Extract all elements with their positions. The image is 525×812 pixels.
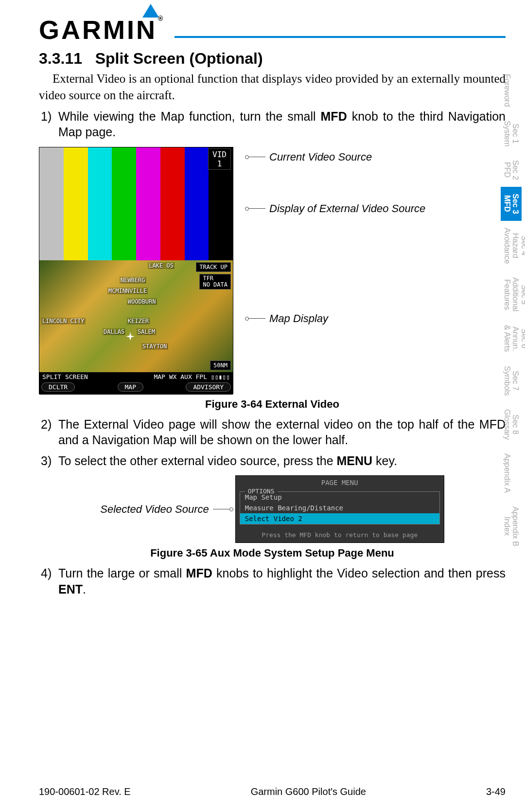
side-nav-tabs: Foreword Sec 1System Sec 2PFD Sec 3MFD S… [501, 67, 525, 553]
step-number: 1) [39, 108, 58, 140]
tab-sec8[interactable]: Sec 8Glossary [501, 402, 522, 447]
page-menu-screenshot: PAGE MENU OPTIONS Map Setup Measure Bear… [235, 475, 444, 543]
step-1: 1) While viewing the Map function, turn … [39, 108, 506, 140]
video-color-bars: VID 1 [39, 147, 233, 260]
softkey-dcltr[interactable]: DCLTR [41, 382, 75, 392]
tab-sec7[interactable]: Sec 7Symbols [501, 359, 522, 402]
leader-line [248, 157, 265, 157]
header-rule [175, 36, 506, 38]
mfd-bottom-bar: SPLIT SCREEN MAP WX AUX FPL ▯▯▮▯▯ DCLTR … [39, 372, 233, 395]
intro-paragraph: External Video is an optional function t… [39, 71, 506, 104]
step-number: 4) [39, 565, 58, 597]
tab-foreword[interactable]: Foreword [501, 67, 513, 114]
track-up-button[interactable]: TRACK UP [196, 262, 231, 272]
page-number: 3-49 [486, 786, 506, 797]
annot-selected-video: Selected Video Source [100, 503, 230, 516]
tab-appendix-a[interactable]: Appendix A [501, 447, 513, 500]
step-text: The External Video page will show the ex… [58, 416, 506, 448]
figure-3-64-caption: Figure 3-64 External Video [39, 398, 506, 411]
map-scale: 50NM [210, 361, 231, 370]
tab-sec5[interactable]: Sec 5AdditionalFeatures [501, 271, 525, 318]
step-text: To select the other external video sourc… [58, 453, 506, 469]
tab-sec6[interactable]: Sec 6Annun.& Alerts [501, 318, 525, 359]
annot-external-video: Display of External Video Source [269, 202, 425, 215]
annot-map-display: Map Display [269, 312, 328, 325]
step-4: 4) Turn the large or small MFD knobs to … [39, 565, 506, 597]
tfr-button[interactable]: TFRNO DATA [199, 274, 231, 289]
step-3: 3) To select the other external video so… [39, 453, 506, 469]
softkey-map[interactable]: MAP [118, 382, 143, 392]
leader-line [213, 509, 230, 509]
leader-line [248, 208, 265, 209]
options-label: OPTIONS [245, 487, 278, 495]
step-2: 2) The External Video page will show the… [39, 416, 506, 448]
figure-3-64: VID 1 LAKE OS NEWBERG MCMINNVILLE WOODBU… [39, 147, 506, 394]
annot-current-video: Current Video Source [269, 151, 372, 163]
options-box: OPTIONS Map Setup Measure Bearing/Distan… [240, 491, 440, 524]
doc-number: 190-00601-02 Rev. E [39, 786, 131, 797]
step-text: While viewing the Map function, turn the… [58, 108, 506, 140]
step-text: Turn the large or small MFD knobs to hig… [58, 565, 506, 597]
figure-3-65-caption: Figure 3-65 Aux Mode System Setup Page M… [39, 547, 506, 559]
garmin-logo: GARMIN® [39, 15, 165, 45]
tab-sec3[interactable]: Sec 3MFD [501, 187, 522, 221]
brand-text: GARMIN [39, 15, 157, 44]
leader-line [248, 318, 265, 319]
doc-title: Garmin G600 Pilot's Guide [251, 786, 366, 797]
menu-item-select-video[interactable]: Select Video 2 [240, 513, 439, 524]
tab-sec1[interactable]: Sec 1System [501, 114, 522, 153]
tab-appendix-b[interactable]: Appendix BIndex [501, 500, 522, 553]
menu-hint: Press the MFD knob to return to base pag… [238, 526, 442, 541]
aircraft-icon [126, 332, 135, 341]
figure-3-65: Selected Video Source PAGE MENU OPTIONS … [39, 475, 506, 543]
page-header: GARMIN® [39, 15, 506, 45]
logo-triangle-icon [142, 4, 159, 18]
page-footer: 190-00601-02 Rev. E Garmin G600 Pilot's … [39, 786, 506, 797]
figure-annotations: Current Video Source Display of External… [233, 147, 506, 328]
step-number: 2) [39, 416, 58, 448]
mode-label: SPLIT SCREEN [42, 373, 88, 380]
nav-map-display: LAKE OS NEWBERG MCMINNVILLE WOODBURN LIN… [39, 260, 233, 372]
tab-sec2[interactable]: Sec 2PFD [501, 153, 522, 187]
menu-item-measure[interactable]: Measure Bearing/Distance [240, 503, 439, 513]
video-source-badge: VID 1 [208, 148, 231, 170]
page-group-indicator: MAP WX AUX FPL ▯▯▮▯▯ [154, 373, 230, 380]
section-title: 3.3.11 Split Screen (Optional) [39, 50, 506, 68]
registered-mark: ® [158, 15, 165, 22]
softkey-advisory[interactable]: ADVISORY [186, 382, 231, 392]
step-number: 3) [39, 453, 58, 469]
tab-sec4[interactable]: Sec 4HazardAvoidance [501, 221, 525, 271]
mfd-screenshot: VID 1 LAKE OS NEWBERG MCMINNVILLE WOODBU… [39, 147, 233, 394]
